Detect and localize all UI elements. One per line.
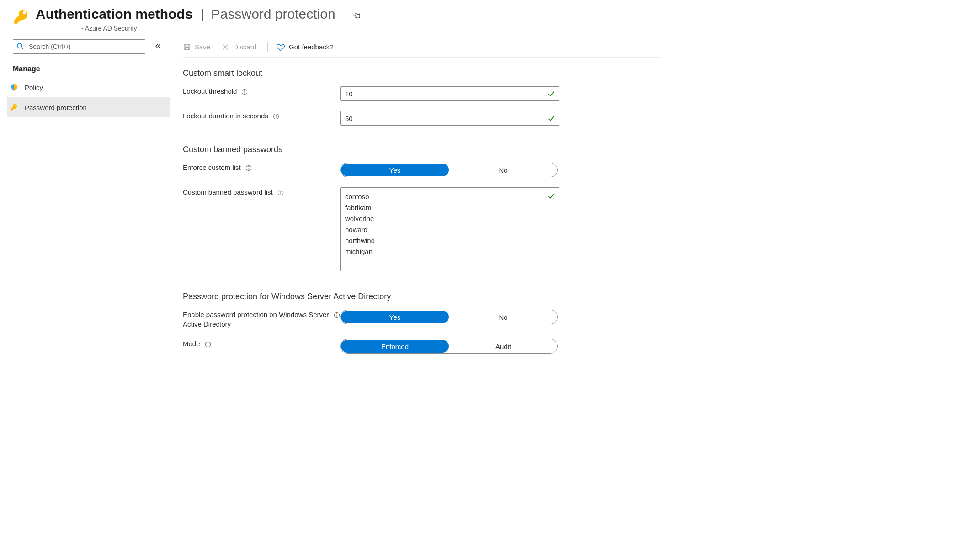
enforce-custom-list-label: Enforce custom list xyxy=(183,163,241,172)
heart-icon xyxy=(276,42,285,52)
info-icon[interactable] xyxy=(277,189,284,198)
mode-audit-option[interactable]: Audit xyxy=(449,339,557,353)
banned-list-label: Custom banned password list xyxy=(183,187,273,197)
page-subtitle: Password protection xyxy=(211,6,335,22)
info-icon[interactable] xyxy=(241,88,248,97)
sidebar-item-password-protection[interactable]: Password protection xyxy=(7,97,170,117)
toolbar-separator xyxy=(267,42,268,52)
checkmark-icon xyxy=(547,90,555,99)
wsad-no-option[interactable]: No xyxy=(449,310,557,324)
svg-point-15 xyxy=(248,166,249,167)
lockout-threshold-label: Lockout threshold xyxy=(183,86,237,96)
lockout-duration-label: Lockout duration in seconds xyxy=(183,111,268,121)
main-content: Save Discard Got feedback? Custom smart … xyxy=(183,39,662,364)
toolbar: Save Discard Got feedback? xyxy=(183,39,661,58)
section-heading-smart-lockout: Custom smart lockout xyxy=(183,69,662,78)
mode-enforced-option[interactable]: Enforced xyxy=(341,340,449,353)
svg-point-9 xyxy=(245,90,245,90)
key-icon xyxy=(10,103,18,111)
mode-label: Mode xyxy=(183,339,200,349)
sidebar-group-manage: Manage xyxy=(13,65,154,77)
svg-point-18 xyxy=(280,191,281,191)
checkmark-icon xyxy=(547,192,555,201)
key-icon xyxy=(13,8,30,26)
wsad-enable-toggle: Yes No xyxy=(340,310,558,324)
sidebar: Manage Policy Password protection xyxy=(13,39,159,117)
info-icon[interactable] xyxy=(205,340,211,350)
search-input[interactable] xyxy=(13,39,145,54)
lockout-duration-input[interactable] xyxy=(340,111,559,126)
search-icon xyxy=(16,42,24,51)
enforce-yes-option[interactable]: Yes xyxy=(341,164,449,176)
svg-point-21 xyxy=(336,313,337,314)
svg-rect-3 xyxy=(186,44,188,46)
discard-button[interactable]: Discard xyxy=(221,43,256,51)
mode-toggle: Enforced Audit xyxy=(340,339,558,354)
title-separator: | xyxy=(197,6,208,22)
page-header: Authentication methods | Password protec… xyxy=(0,0,958,35)
feedback-button[interactable]: Got feedback? xyxy=(276,42,334,52)
close-icon xyxy=(221,43,229,51)
info-icon[interactable] xyxy=(334,311,340,321)
feedback-label: Got feedback? xyxy=(289,43,334,51)
svg-point-0 xyxy=(17,43,22,48)
enforce-custom-list-toggle: Yes No xyxy=(340,163,558,177)
sidebar-item-label: Policy xyxy=(25,84,43,91)
wsad-yes-option[interactable]: Yes xyxy=(341,311,449,323)
banned-list-textarea[interactable] xyxy=(340,187,559,271)
lockout-threshold-input[interactable] xyxy=(340,86,559,101)
save-icon xyxy=(183,43,191,51)
pin-icon[interactable] xyxy=(352,11,361,22)
enforce-no-option[interactable]: No xyxy=(449,163,557,177)
svg-rect-4 xyxy=(185,47,189,49)
tenant-subtitle: - Azure AD Security xyxy=(81,25,361,32)
wsad-enable-label: Enable password protection on Windows Se… xyxy=(183,310,329,329)
collapse-sidebar-icon[interactable] xyxy=(154,42,162,51)
section-heading-banned-passwords: Custom banned passwords xyxy=(183,145,662,154)
checkmark-icon xyxy=(547,114,555,124)
info-icon[interactable] xyxy=(245,164,252,174)
svg-point-12 xyxy=(276,115,276,115)
page-title: Authentication methods xyxy=(36,6,192,22)
save-label: Save xyxy=(195,43,210,51)
section-heading-wsad: Password protection for Windows Server A… xyxy=(183,292,662,301)
info-icon[interactable] xyxy=(273,112,279,122)
sidebar-item-label: Password protection xyxy=(25,104,87,111)
svg-point-24 xyxy=(208,343,208,343)
svg-line-1 xyxy=(21,48,23,49)
policy-icon xyxy=(10,83,18,91)
save-button[interactable]: Save xyxy=(183,43,210,51)
discard-label: Discard xyxy=(233,43,256,51)
sidebar-item-policy[interactable]: Policy xyxy=(7,77,170,97)
